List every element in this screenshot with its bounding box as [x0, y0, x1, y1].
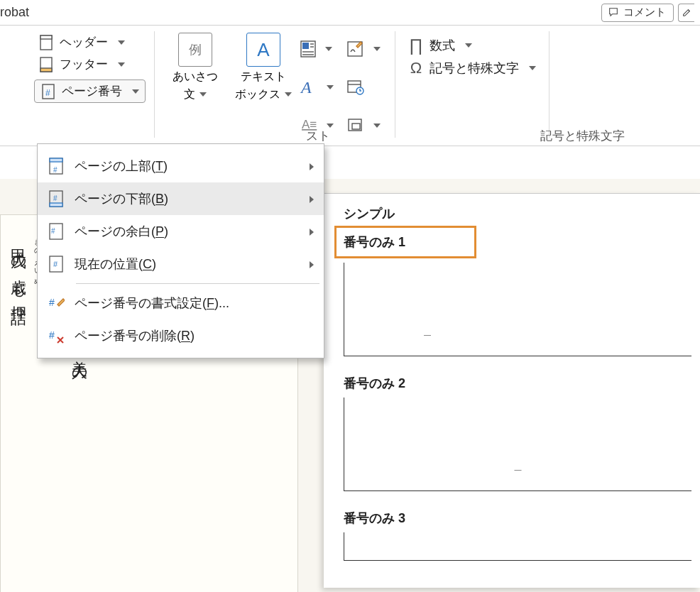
footer-button-label: フッター [60, 56, 108, 72]
svg-text:#: # [51, 227, 55, 235]
gallery-item-number-only-2[interactable]: 番号のみ 2 — [337, 369, 694, 491]
greeting-box-icon: 例 [178, 33, 212, 67]
menu-item-page-bottom[interactable]: # ページの下部(B) [38, 182, 324, 215]
equation-button[interactable]: ∏ 数式 [404, 34, 540, 57]
signature-line-button[interactable] [346, 31, 386, 65]
doc-hash-icon: # [48, 255, 65, 273]
footer-button[interactable]: フッター [34, 53, 146, 75]
hash-icon: # [40, 84, 56, 99]
text-box-button[interactable]: A テキスト ボックス [231, 31, 295, 138]
hash-format-icon: # [48, 294, 65, 312]
italic-a-icon: A [300, 77, 318, 96]
comment-icon [608, 6, 619, 18]
svg-rect-8 [302, 43, 309, 49]
doc-bottom-icon: # [48, 190, 65, 208]
ribbon-group-symbols: ∏ 数式 Ω 記号と特殊文字 [395, 31, 549, 138]
symbols-button-label: 記号と特殊文字 [430, 60, 519, 77]
chevron-right-icon [310, 224, 314, 239]
svg-rect-22 [50, 158, 62, 162]
svg-text:A: A [300, 78, 312, 96]
chevron-right-icon [310, 257, 314, 272]
footer-icon [38, 57, 54, 72]
svg-rect-4 [40, 68, 52, 72]
page-number-button-label: ページ番号 [62, 83, 122, 99]
title-bar: robat コメント [0, 0, 700, 26]
page-number-button[interactable]: # ページ番号 [34, 80, 146, 103]
svg-rect-25 [50, 203, 62, 207]
gallery-preview [344, 532, 691, 561]
gallery-item-title: 番号のみ 1 [334, 226, 476, 258]
pi-icon: ∏ [408, 38, 424, 53]
gallery-item-number-only-3[interactable]: 番号のみ 3 [337, 504, 694, 561]
svg-text:#: # [45, 88, 50, 98]
datetime-icon [346, 77, 365, 96]
doc-top-icon: # [48, 157, 65, 175]
svg-text:#: # [53, 166, 58, 174]
menu-item-page-top[interactable]: # ページの上部(T) [38, 150, 324, 182]
gallery-item-title: 番号のみ 3 [337, 504, 694, 532]
comment-button[interactable]: コメント [601, 4, 674, 22]
menu-item-page-margin[interactable]: # ページの余白(P) [38, 215, 324, 248]
doc-hash-icon: # [48, 222, 65, 241]
edit-button[interactable] [678, 4, 694, 22]
svg-rect-1 [40, 35, 52, 39]
chevron-right-icon [310, 192, 314, 207]
omega-icon: Ω [408, 60, 424, 76]
gallery-preview: — [344, 263, 691, 356]
svg-text:#: # [53, 194, 58, 202]
gallery-preview: — [344, 398, 691, 491]
comment-button-label: コメント [623, 6, 666, 19]
ribbon-group-label-symbols: 記号と特殊文字 [465, 128, 700, 144]
gallery-section-title: シンプル [337, 201, 694, 228]
svg-text:#: # [53, 260, 58, 268]
svg-text:#: # [49, 297, 55, 308]
ribbon: ヘッダー フッター # ページ番号 例 あいさつ 文 A テキスト ボックス [0, 26, 700, 146]
date-time-button[interactable] [346, 70, 386, 104]
header-icon [38, 35, 54, 50]
menu-item-current-position[interactable]: # 現在の位置(C) [38, 248, 324, 280]
hash-remove-icon: # [48, 327, 65, 345]
ribbon-group-text: 例 あいさつ 文 A テキスト ボックス A [155, 31, 395, 138]
page-number-gallery: シンプル 番号のみ 1 — 番号のみ 2 — 番号のみ 3 [324, 193, 700, 588]
equation-button-label: 数式 [430, 37, 455, 54]
gallery-item-number-only-1[interactable]: 番号のみ 1 — [337, 226, 694, 356]
dropcap-icon [300, 38, 317, 58]
doc-text-col-4: 甲戌の歳も押詰っ [8, 236, 29, 324]
ribbon-group-header-footer: ヘッダー フッター # ページ番号 [0, 31, 155, 138]
app-title-fragment: robat [0, 5, 29, 20]
header-button[interactable]: ヘッダー [34, 31, 146, 53]
menu-item-format-page-number[interactable]: # ページ番号の書式設定(F)... [38, 287, 324, 319]
svg-text:#: # [49, 329, 55, 341]
menu-item-remove-page-number[interactable]: # ページ番号の削除(R) [38, 319, 324, 352]
page-number-menu: # ページの上部(T) # ページの下部(B) # ページの余白(P) # 現在… [37, 143, 324, 358]
text-box-icon: A [246, 33, 280, 67]
chevron-right-icon [310, 159, 314, 174]
menu-separator [76, 283, 319, 284]
edit-icon [682, 6, 693, 18]
header-button-label: ヘッダー [60, 34, 108, 50]
signature-icon [346, 39, 365, 57]
text-small-grid: A A≡ [300, 31, 386, 138]
greeting-button[interactable]: 例 あいさつ 文 [163, 31, 227, 138]
gallery-item-title: 番号のみ 2 [337, 369, 694, 398]
quick-parts-button[interactable] [300, 31, 339, 65]
wordart-button[interactable]: A [300, 70, 339, 104]
ribbon-group-label-text: スト [0, 128, 337, 144]
symbols-button[interactable]: Ω 記号と特殊文字 [404, 57, 540, 80]
